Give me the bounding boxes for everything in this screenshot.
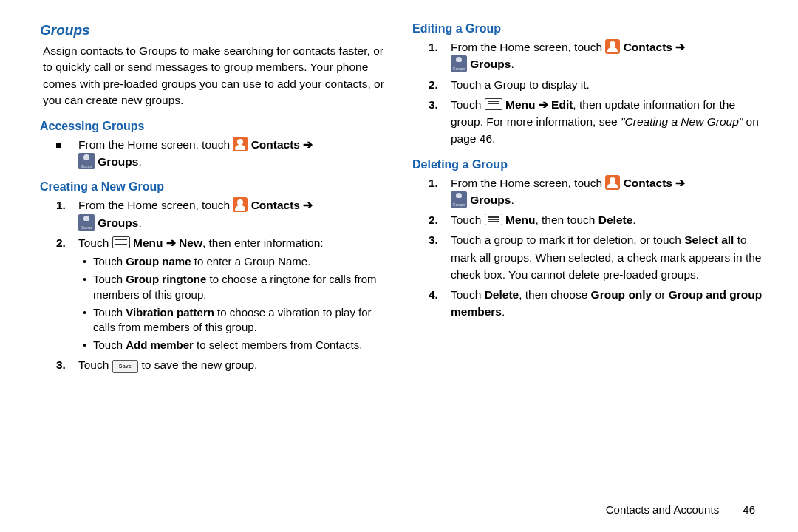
- text: Touch: [451, 98, 485, 111]
- groups-icon: [78, 153, 95, 169]
- text: From the Home screen, touch: [451, 177, 605, 189]
- text: Touch: [451, 288, 485, 301]
- editing-step-2: 2. Touch a Group to display it.: [429, 76, 763, 93]
- arrow-icon: ➔: [539, 98, 548, 111]
- contacts-label: Contacts: [251, 138, 300, 151]
- contacts-label: Contacts: [624, 41, 672, 53]
- text: to save the new group.: [142, 358, 258, 371]
- groups-icon: [451, 55, 467, 72]
- heading-accessing: Accessing Groups: [40, 120, 390, 133]
- editing-step-3: 3. Touch Menu ➔ Edit, then update inform…: [429, 96, 763, 148]
- menu-icon: [112, 236, 130, 248]
- menu-label: Menu: [505, 98, 535, 111]
- group-only-label: Group only: [591, 288, 652, 301]
- creating-bullet-4: • Touch Add member to select members fro…: [83, 338, 390, 352]
- contacts-label: Contacts: [251, 199, 300, 211]
- editing-step-1: 1. From the Home screen, touch Contacts …: [429, 38, 763, 73]
- menu-label: Menu: [133, 236, 163, 249]
- contacts-icon: [233, 197, 248, 212]
- arrow-icon: ➔: [303, 199, 313, 211]
- period: .: [511, 194, 514, 206]
- contacts-label: Contacts: [624, 177, 672, 189]
- contacts-icon: [605, 39, 620, 54]
- period: .: [138, 155, 141, 168]
- heading-editing: Editing a Group: [412, 22, 763, 35]
- creating-step-3: 3. Touch Save to save the new group.: [56, 356, 390, 374]
- left-column: Groups Assign contacts to Groups to make…: [38, 22, 390, 466]
- groups-label: Groups: [98, 155, 138, 168]
- page-footer: Contacts and Accounts 46: [606, 503, 755, 516]
- period: .: [138, 216, 141, 229]
- footer-section: Contacts and Accounts: [606, 503, 719, 516]
- text: From the Home screen, touch: [451, 41, 605, 53]
- text: Touch: [78, 236, 112, 249]
- text: Touch: [93, 255, 126, 267]
- menu-icon: [485, 214, 502, 225]
- square-bullet-icon: [56, 143, 61, 148]
- deleting-step-1: 1. From the Home screen, touch Contacts …: [429, 174, 763, 209]
- heading-creating: Creating a New Group: [40, 180, 390, 194]
- page-number: 46: [743, 503, 755, 516]
- group-ringtone-label: Group ringtone: [126, 273, 206, 285]
- new-label: New: [179, 236, 202, 249]
- intro-paragraph: Assign contacts to Groups to make search…: [43, 43, 390, 109]
- menu-icon: [485, 98, 502, 110]
- text: , then enter information:: [202, 236, 324, 249]
- creating-step-1: 1. From the Home screen, touch Contacts …: [56, 197, 390, 231]
- creating-step-2: 2. Touch Menu ➔ New, then enter informat…: [56, 234, 390, 251]
- text: From the Home screen, touch: [78, 138, 233, 151]
- select-all-label: Select all: [684, 233, 734, 246]
- contacts-icon: [605, 175, 620, 190]
- groups-label: Groups: [470, 194, 511, 206]
- text: , then choose: [519, 288, 590, 301]
- text: to select members from Contacts.: [194, 338, 362, 351]
- arrow-icon: ➔: [303, 138, 313, 151]
- text: , then touch: [535, 214, 598, 226]
- period: .: [632, 214, 635, 226]
- creating-bullet-2: • Touch Group ringtone to choose a ringt…: [83, 272, 390, 302]
- text: or: [652, 288, 668, 301]
- contacts-icon: [233, 137, 248, 151]
- deleting-step-4: 4. Touch Delete, then choose Group only …: [429, 286, 763, 321]
- add-member-label: Add member: [126, 338, 194, 351]
- arrow-icon: ➔: [166, 236, 176, 249]
- text: Touch: [93, 306, 126, 318]
- text: Touch: [451, 214, 485, 226]
- edit-label: Edit: [551, 98, 573, 111]
- delete-label: Delete: [598, 214, 633, 226]
- arrow-icon: ➔: [675, 41, 685, 53]
- groups-icon: [78, 214, 95, 231]
- deleting-step-2: 2. Touch Menu, then touch Delete.: [429, 211, 763, 228]
- arrow-icon: ➔: [675, 177, 685, 189]
- groups-icon: [451, 191, 467, 208]
- cross-reference: "Creating a New Group": [621, 115, 743, 128]
- groups-label: Groups: [98, 216, 138, 229]
- deleting-step-3: 3. Touch a group to mark it for deletion…: [429, 231, 763, 283]
- creating-bullet-3: • Touch Vibration pattern to choose a vi…: [83, 305, 390, 335]
- period: .: [511, 58, 514, 70]
- groups-label: Groups: [470, 58, 511, 70]
- menu-label: Menu: [505, 214, 535, 226]
- delete-label: Delete: [485, 288, 519, 301]
- accessing-step: From the Home screen, touch Contacts ➔ G…: [56, 136, 390, 171]
- text: From the Home screen, touch: [78, 199, 233, 211]
- creating-bullet-1: • Touch Group name to enter a Group Name…: [83, 254, 390, 269]
- right-column: Editing a Group 1. From the Home screen,…: [411, 22, 763, 466]
- group-name-label: Group name: [126, 255, 191, 267]
- save-button-icon: Save: [112, 360, 139, 374]
- text: Touch: [93, 338, 126, 351]
- text: to enter a Group Name.: [191, 255, 311, 267]
- vibration-pattern-label: Vibration pattern: [126, 306, 214, 318]
- section-title: Groups: [40, 22, 390, 38]
- heading-deleting: Deleting a Group: [412, 158, 763, 171]
- text: Touch: [93, 273, 126, 285]
- text: Touch a group to mark it for deletion, o…: [451, 233, 684, 246]
- text: Touch: [78, 358, 112, 371]
- period: .: [502, 305, 505, 318]
- text: Touch a Group to display it.: [451, 76, 763, 93]
